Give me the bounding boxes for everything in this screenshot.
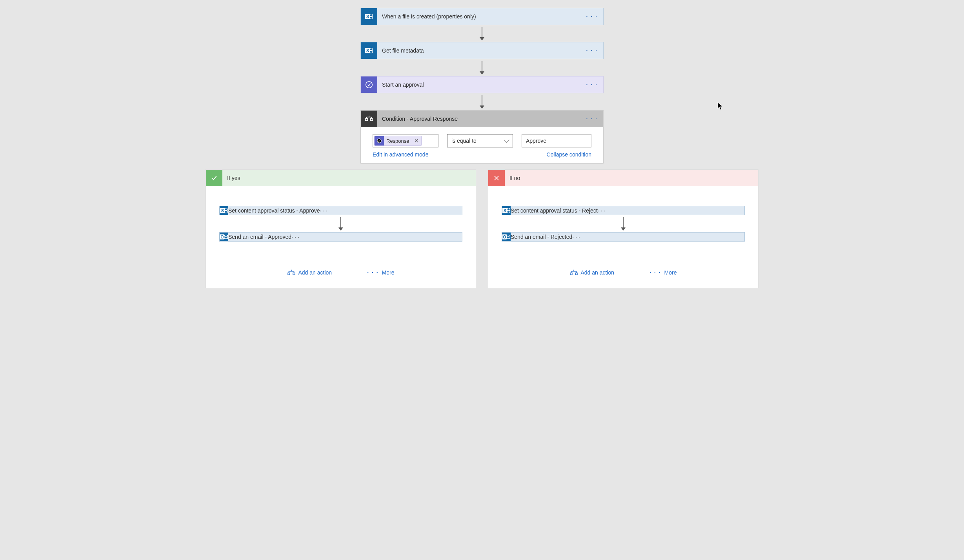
no-send-email-title: Send an email - Rejected (511, 234, 572, 240)
trigger-step[interactable]: S When a file is created (properties onl… (360, 8, 604, 25)
more-menu-icon[interactable]: · · · (320, 207, 327, 214)
close-icon (488, 170, 505, 186)
svg-point-8 (366, 82, 373, 88)
response-token: Response ✕ (374, 136, 422, 146)
token-label: Response (386, 138, 412, 144)
condition-operator-select[interactable]: is equal to (447, 134, 513, 147)
svg-text:O: O (220, 235, 224, 239)
more-menu-icon[interactable]: · · · (291, 234, 299, 240)
condition-value-input[interactable]: Approve (522, 134, 591, 147)
approvals-icon (361, 76, 377, 93)
svg-rect-28 (570, 273, 572, 275)
condition-icon (361, 111, 377, 127)
svg-text:S: S (504, 209, 506, 213)
more-button[interactable]: · · · More (367, 269, 394, 276)
sharepoint-icon: S (361, 42, 377, 59)
sharepoint-icon: S (502, 206, 511, 215)
add-action-label: Add an action (298, 269, 332, 276)
condition-title: Condition - Approval Response (377, 116, 581, 122)
condition-header[interactable]: Condition - Approval Response · · · (361, 111, 603, 127)
get-metadata-title: Get file metadata (377, 47, 581, 54)
yes-send-email-step[interactable]: O Send an email - Approved · · · (219, 232, 462, 242)
svg-point-11 (377, 139, 382, 143)
svg-point-15 (225, 210, 227, 213)
add-action-label: Add an action (581, 269, 615, 276)
more-menu-icon[interactable]: · · · (581, 116, 603, 122)
if-no-title: If no (505, 175, 525, 181)
trigger-title: When a file is created (properties only) (377, 13, 581, 20)
get-metadata-step[interactable]: S Get file metadata · · · (360, 42, 604, 59)
arrow-down-icon (480, 95, 484, 109)
dots-icon: · · · (367, 269, 378, 276)
svg-rect-29 (575, 273, 577, 275)
more-menu-icon[interactable]: · · · (581, 47, 603, 54)
condition-left-operand[interactable]: Response ✕ (373, 134, 438, 147)
more-menu-icon[interactable]: · · · (581, 82, 603, 88)
svg-rect-9 (366, 118, 368, 121)
chevron-down-icon (504, 137, 509, 143)
operator-value: is equal to (451, 138, 477, 144)
if-no-branch: If no S Set content approval status - Re… (488, 169, 758, 288)
svg-text:S: S (221, 209, 224, 213)
more-label: More (382, 269, 395, 276)
svg-text:S: S (366, 15, 369, 19)
add-action-button[interactable]: Add an action (287, 269, 332, 276)
svg-rect-20 (293, 273, 295, 275)
no-set-status-title: Set content approval status - Reject (511, 207, 598, 214)
svg-rect-19 (288, 273, 290, 275)
more-menu-icon[interactable]: · · · (581, 13, 603, 20)
yes-set-status-step[interactable]: S Set content approval status - Approve … (219, 206, 462, 215)
no-set-status-step[interactable]: S Set content approval status - Reject ·… (502, 206, 745, 215)
add-action-button[interactable]: Add an action (570, 269, 615, 276)
more-menu-icon[interactable]: · · · (598, 207, 605, 214)
outlook-icon: O (502, 233, 511, 241)
edit-advanced-link[interactable]: Edit in advanced mode (373, 151, 428, 158)
svg-point-7 (370, 50, 373, 53)
collapse-condition-link[interactable]: Collapse condition (547, 151, 591, 158)
sharepoint-icon: S (220, 206, 228, 215)
if-yes-title: If yes (222, 175, 245, 181)
yes-send-email-title: Send an email - Approved (228, 234, 291, 240)
check-icon (206, 170, 222, 186)
add-action-icon (287, 269, 295, 276)
no-send-email-step[interactable]: O Send an email - Rejected · · · (502, 232, 745, 242)
yes-set-status-title: Set content approval status - Approve (228, 207, 320, 214)
start-approval-title: Start an approval (377, 82, 581, 88)
more-menu-icon[interactable]: · · · (572, 234, 580, 240)
dots-icon: · · · (649, 269, 661, 276)
arrow-down-icon (480, 27, 484, 40)
arrow-down-icon (621, 217, 626, 231)
start-approval-step[interactable]: Start an approval · · · (360, 76, 604, 93)
if-yes-branch: If yes S Set content approval status - A… (206, 169, 476, 288)
approvals-icon (375, 136, 384, 145)
cursor-icon (717, 102, 724, 111)
more-label: More (664, 269, 677, 276)
svg-text:S: S (366, 49, 369, 53)
add-action-icon (570, 269, 578, 276)
remove-token-icon[interactable]: ✕ (412, 138, 421, 144)
arrow-down-icon (480, 61, 484, 75)
outlook-icon: O (220, 233, 228, 241)
svg-point-3 (370, 16, 373, 19)
svg-rect-10 (371, 118, 373, 121)
more-button[interactable]: · · · More (649, 269, 677, 276)
arrow-down-icon (338, 217, 343, 231)
sharepoint-icon: S (361, 8, 377, 25)
condition-value: Approve (526, 138, 546, 144)
svg-text:O: O (503, 235, 506, 239)
condition-card: Condition - Approval Response · · · Resp… (360, 110, 604, 164)
svg-point-24 (507, 210, 510, 213)
